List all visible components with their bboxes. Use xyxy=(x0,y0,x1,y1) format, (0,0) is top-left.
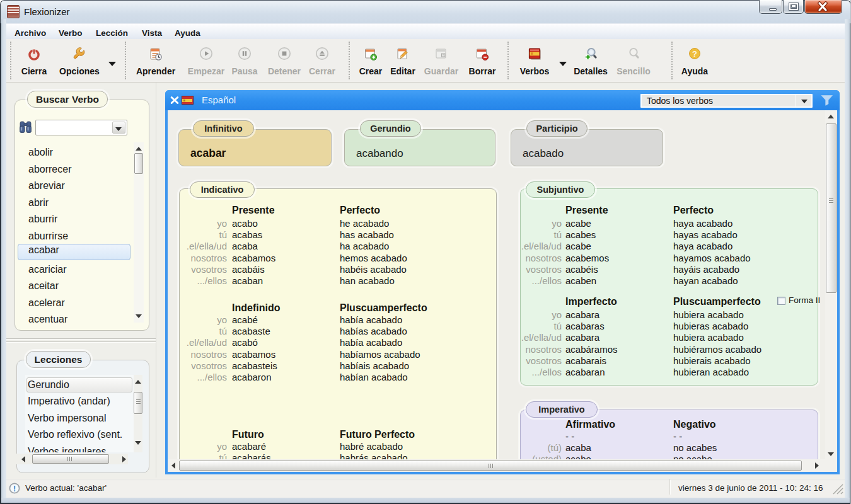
svg-text:!: ! xyxy=(13,484,16,493)
svg-text:?: ? xyxy=(692,49,697,59)
